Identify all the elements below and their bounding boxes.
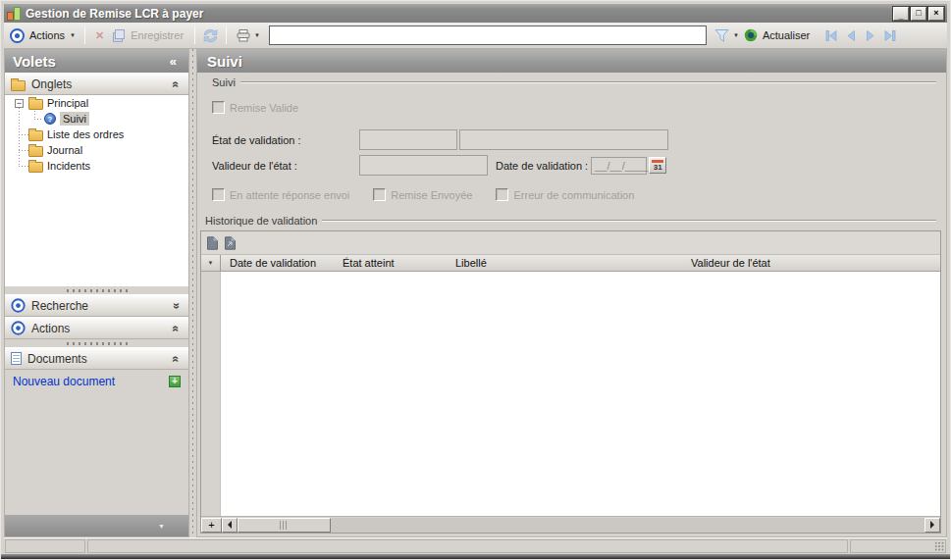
maximize-button[interactable]: □ [911,7,926,21]
new-document-row: Nouveau document + [5,370,188,393]
statusbar-panel-right [850,539,946,553]
grid-scroll-row: + [201,516,940,533]
titlebar: Gestion de Remise LCR à payer _ □ × [4,4,947,23]
sidebar-volets: Volets « Onglets « − Principal [4,49,189,537]
tree-item-principal[interactable]: − Principal [5,95,188,111]
window-bottom-edge [1,554,950,559]
chevron-down-icon[interactable]: ▼ [733,32,739,38]
remise-valide-checkbox[interactable] [212,101,225,114]
sidebar-empty-area [5,393,188,515]
toolbar-separator [194,26,195,44]
sidebar-splitter[interactable] [5,339,188,347]
chevron-double-down-icon[interactable]: « [170,299,184,312]
new-document-link[interactable]: Nouveau document [13,375,169,388]
refresh-button-label: Actualiser [761,29,812,41]
bullseye-icon [11,298,25,312]
sidebar-section-documents[interactable]: Documents « [5,347,188,370]
tree-item-liste-des-ordres[interactable]: Liste des ordres [5,127,188,142]
suivi-form: Suivi Remise Valide État de validation :… [197,73,946,201]
chevron-double-up-icon[interactable]: « [170,352,184,365]
column-header-valideur-etat[interactable]: Valideur de l'état [682,257,940,269]
sidebar-section-onglets[interactable]: Onglets « [5,73,188,95]
date-validation-field[interactable]: __/__/____ [591,157,647,175]
export-page-icon[interactable] [206,236,219,250]
row-indicator-dropdown[interactable]: ▼ [201,255,221,271]
toolbar-separator [226,26,227,44]
delete-icon[interactable]: ✕ [92,29,107,42]
tree-item-journal[interactable]: Journal [5,142,188,158]
attente-reponse-label: En attente réponse envoi [230,189,349,201]
help-icon: ? [44,113,56,125]
sidebar-footer[interactable]: ▼ [5,515,188,536]
statusbar [4,537,947,554]
expander-icon[interactable]: − [15,99,24,108]
erreur-communication-label: Erreur de communication [513,189,634,201]
grid-indicator-column [201,272,221,516]
folder-icon [11,80,26,91]
close-button[interactable]: × [928,7,944,21]
window-title: Gestion de Remise LCR à payer [26,7,893,21]
nav-last-icon[interactable] [883,29,897,42]
attente-reponse-checkbox[interactable] [212,188,225,201]
scroll-right-button[interactable] [925,518,940,533]
scrollbar-thumb[interactable] [238,518,331,533]
tree-item-incidents[interactable]: Incidents [5,158,188,174]
grid-header-row: ▼ Date de validation État atteint Libell… [201,255,940,272]
sync-icon[interactable] [202,28,219,43]
refresh-button[interactable]: Actualiser [742,27,814,43]
calendar-icon[interactable]: 31 [649,157,666,174]
folder-icon [28,162,43,173]
grid-body[interactable] [201,272,940,516]
remise-envoyee-checkbox[interactable] [373,188,386,201]
valideur-etat-field[interactable] [359,155,488,176]
remise-envoyee-label: Remise Envoyée [391,189,472,201]
collapse-panel-icon[interactable]: « [170,54,181,69]
resize-grip[interactable] [934,541,944,551]
nav-previous-icon[interactable] [844,29,858,42]
scroll-left-button[interactable] [222,518,238,533]
group-line [240,81,936,83]
etat-validation-text-field[interactable] [459,129,668,150]
save-icon [112,29,126,42]
actions-menu-button[interactable]: Actions ▼ [8,27,78,44]
folder-icon [28,146,43,157]
chevron-double-up-icon[interactable]: « [170,77,184,90]
vertical-splitter[interactable] [189,49,196,537]
sidebar-section-actions[interactable]: Actions « [5,317,188,339]
minimize-button[interactable]: _ [893,7,909,21]
print-button[interactable]: ▼ [234,28,262,43]
sidebar-header: Volets « [5,50,188,73]
horizontal-scrollbar[interactable] [238,518,925,533]
group-suivi-label: Suivi [212,76,236,88]
erreur-communication-checkbox[interactable] [496,188,508,201]
chevron-double-up-icon[interactable]: « [170,322,184,334]
add-document-icon[interactable]: + [169,376,181,387]
etat-validation-label: État de validation : [212,134,359,146]
nav-next-icon[interactable] [864,29,877,42]
tree-item-suivi[interactable]: ? Suivi [5,111,188,127]
column-header-date-validation[interactable]: Date de validation [221,257,334,269]
grid-toolbar [201,231,940,255]
sidebar-splitter[interactable] [5,286,188,294]
toolbar-separator [84,26,85,44]
document-icon [11,352,22,365]
filter-icon[interactable] [713,28,730,43]
nav-first-icon[interactable] [824,29,838,42]
onglets-tree: − Principal ? Suivi Liste des ordres Jou… [5,95,188,286]
column-header-etat-atteint[interactable]: État atteint [334,257,447,269]
main-header: Suivi [197,50,946,73]
group-line [322,220,936,222]
export-page-arrow-icon[interactable] [224,236,237,250]
add-row-button[interactable]: + [201,518,222,533]
save-button-label: Enregistrer [129,29,185,41]
bullseye-icon [11,321,25,334]
search-input[interactable] [269,25,707,45]
main-panel: Suivi Suivi Remise Valide État de valida… [196,49,947,537]
historique-grid: ▼ Date de validation État atteint Libell… [200,230,941,534]
column-header-libelle[interactable]: Libellé [447,257,682,269]
save-button[interactable]: Enregistrer [110,28,187,43]
app-window: Gestion de Remise LCR à payer _ □ × Acti… [0,0,951,560]
sidebar-section-recherche[interactable]: Recherche « [5,294,188,317]
etat-validation-code-field[interactable] [359,129,457,150]
toolbar: Actions ▼ ✕ Enregistrer ▼ [4,23,947,49]
